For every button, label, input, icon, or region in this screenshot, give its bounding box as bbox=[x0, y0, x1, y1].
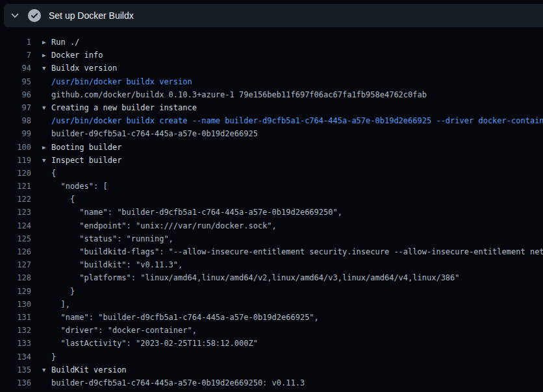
triangle-down-icon[interactable]: ▼ bbox=[42, 101, 51, 114]
arrow-spacer bbox=[42, 285, 51, 298]
output-text: github.com/docker/buildx 0.10.3+azure-1 … bbox=[51, 88, 427, 101]
line-number-link[interactable]: 121 bbox=[0, 180, 31, 193]
log-group-row[interactable]: 100▶Booting builder bbox=[0, 141, 543, 154]
line-number-link[interactable]: 127 bbox=[0, 258, 31, 271]
arrow-spacer bbox=[42, 376, 51, 389]
log-line: 96github.com/docker/buildx 0.10.3+azure-… bbox=[0, 88, 543, 101]
output-text: { bbox=[51, 193, 75, 206]
chevron-down-icon bbox=[10, 11, 19, 20]
check-circle-icon bbox=[28, 9, 41, 22]
arrow-spacer bbox=[42, 271, 51, 284]
log-line: 134} bbox=[0, 350, 543, 363]
triangle-down-icon[interactable]: ▼ bbox=[42, 363, 51, 376]
arrow-spacer bbox=[42, 75, 51, 88]
line-number-link[interactable]: 128 bbox=[0, 271, 31, 284]
log-line: 120{ bbox=[0, 167, 543, 180]
log-group-row[interactable]: 135▼BuildKit version bbox=[0, 363, 543, 376]
arrow-spacer bbox=[42, 232, 51, 245]
group-title[interactable]: BuildKit version bbox=[51, 363, 127, 376]
line-number-link[interactable]: 7 bbox=[0, 49, 31, 62]
actions-log-viewer: Set up Docker Buildx 1▶Run ./7▶Docker in… bbox=[0, 0, 543, 392]
arrow-spacer bbox=[42, 311, 51, 324]
log-line: 123 "name": "builder-d9cfb5a1-c764-445a-… bbox=[0, 206, 543, 219]
step-title: Set up Docker Buildx bbox=[49, 10, 134, 21]
log-group-row[interactable]: 119▼Inspect builder bbox=[0, 154, 543, 167]
arrow-spacer bbox=[42, 337, 51, 350]
line-number-link[interactable]: 122 bbox=[0, 193, 31, 206]
line-number-link[interactable]: 124 bbox=[0, 219, 31, 232]
log-line: 131 "name": "builder-d9cfb5a1-c764-445a-… bbox=[0, 311, 543, 324]
arrow-spacer bbox=[42, 127, 51, 140]
arrow-spacer bbox=[42, 324, 51, 337]
log-line: 121 "nodes": [ bbox=[0, 180, 543, 193]
line-number-link[interactable]: 126 bbox=[0, 245, 31, 258]
line-number-link[interactable]: 96 bbox=[0, 88, 31, 101]
group-title[interactable]: Inspect builder bbox=[51, 154, 121, 167]
line-number-link[interactable]: 95 bbox=[0, 75, 31, 88]
group-title[interactable]: Booting builder bbox=[51, 141, 121, 154]
log-area: 1▶Run ./7▶Docker info94▼Buildx version95… bbox=[0, 27, 543, 392]
triangle-right-icon[interactable]: ▶ bbox=[42, 49, 51, 62]
triangle-right-icon[interactable]: ▶ bbox=[42, 141, 51, 154]
line-number-link[interactable]: 134 bbox=[0, 350, 31, 363]
line-number-link[interactable]: 120 bbox=[0, 167, 31, 180]
line-number-link[interactable]: 97 bbox=[0, 101, 31, 114]
output-text: builder-d9cfb5a1-c764-445a-a57e-0b19d2e6… bbox=[51, 376, 305, 389]
output-text: "driver": "docker-container", bbox=[51, 324, 197, 337]
log-line: 136builder-d9cfb5a1-c764-445a-a57e-0b19d… bbox=[0, 376, 543, 389]
triangle-down-icon[interactable]: ▼ bbox=[42, 62, 51, 75]
output-text: "endpoint": "unix:///var/run/docker.sock… bbox=[51, 219, 277, 232]
line-number-link[interactable]: 131 bbox=[0, 311, 31, 324]
output-text: "nodes": [ bbox=[51, 180, 108, 193]
log-line: 99builder-d9cfb5a1-c764-445a-a57e-0b19d2… bbox=[0, 127, 543, 140]
line-number-link[interactable]: 133 bbox=[0, 337, 31, 350]
log-group-row[interactable]: 1▶Run ./ bbox=[0, 36, 543, 49]
group-title[interactable]: Buildx version bbox=[51, 62, 117, 75]
log-line: 129 } bbox=[0, 285, 543, 298]
output-text: "platforms": "linux/amd64,linux/amd64/v2… bbox=[51, 271, 460, 284]
line-number-link[interactable]: 135 bbox=[0, 363, 31, 376]
line-number-link[interactable]: 125 bbox=[0, 232, 31, 245]
arrow-spacer bbox=[42, 258, 51, 271]
command-text: /usr/bin/docker buildx version bbox=[51, 75, 192, 88]
log-group-row[interactable]: 7▶Docker info bbox=[0, 49, 543, 62]
log-line: 126 "buildkitd-flags": "--allow-insecure… bbox=[0, 245, 543, 258]
group-title[interactable]: Docker info bbox=[51, 49, 103, 62]
output-text: "buildkit": "v0.11.3", bbox=[51, 258, 183, 271]
arrow-spacer bbox=[42, 206, 51, 219]
log-line: 98/usr/bin/docker buildx create --name b… bbox=[0, 114, 543, 127]
output-text: builder-d9cfb5a1-c764-445a-a57e-0b19d2e6… bbox=[51, 127, 258, 140]
arrow-spacer bbox=[42, 193, 51, 206]
line-number-link[interactable]: 94 bbox=[0, 62, 31, 75]
line-number-link[interactable]: 130 bbox=[0, 298, 31, 311]
triangle-down-icon[interactable]: ▼ bbox=[42, 154, 51, 167]
line-number-link[interactable]: 100 bbox=[0, 141, 31, 154]
output-text: "name": "builder-d9cfb5a1-c764-445a-a57e… bbox=[51, 206, 342, 219]
log-group-row[interactable]: 94▼Buildx version bbox=[0, 62, 543, 75]
line-number-link[interactable]: 1 bbox=[0, 36, 31, 49]
line-number-link[interactable]: 119 bbox=[0, 154, 31, 167]
log-line: 130 ], bbox=[0, 298, 543, 311]
output-text: "status": "running", bbox=[51, 232, 173, 245]
log-group-row[interactable]: 97▼Creating a new builder instance bbox=[0, 101, 543, 114]
arrow-spacer bbox=[42, 350, 51, 363]
log-line: 133 "lastActivity": "2023-02-25T11:58:12… bbox=[0, 337, 543, 350]
output-text: "buildkitd-flags": "--allow-insecure-ent… bbox=[51, 245, 543, 258]
output-text: { bbox=[51, 167, 56, 180]
group-title[interactable]: Run ./ bbox=[51, 36, 79, 49]
arrow-spacer bbox=[42, 219, 51, 232]
line-number-link[interactable]: 136 bbox=[0, 376, 31, 389]
line-number-link[interactable]: 98 bbox=[0, 114, 31, 127]
line-number-link[interactable]: 123 bbox=[0, 206, 31, 219]
arrow-spacer bbox=[42, 245, 51, 258]
log-line: 128 "platforms": "linux/amd64,linux/amd6… bbox=[0, 271, 543, 284]
step-header[interactable]: Set up Docker Buildx bbox=[4, 4, 543, 27]
line-number-link[interactable]: 99 bbox=[0, 127, 31, 140]
log-line: 127 "buildkit": "v0.11.3", bbox=[0, 258, 543, 271]
log-line: 122 { bbox=[0, 193, 543, 206]
triangle-right-icon[interactable]: ▶ bbox=[42, 36, 51, 49]
line-number-link[interactable]: 132 bbox=[0, 324, 31, 337]
log-line: 95/usr/bin/docker buildx version bbox=[0, 75, 543, 88]
group-title[interactable]: Creating a new builder instance bbox=[51, 101, 197, 114]
line-number-link[interactable]: 129 bbox=[0, 285, 31, 298]
